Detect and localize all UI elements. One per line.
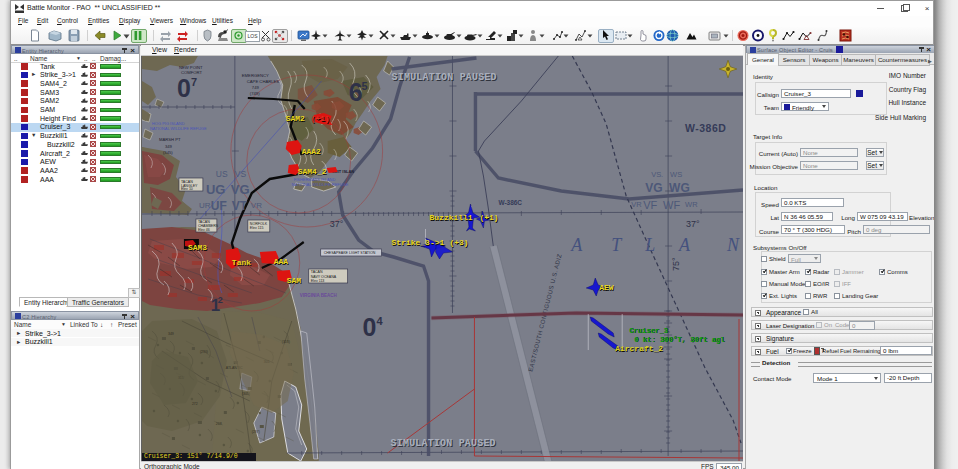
svg-text:349: 349: [165, 144, 173, 149]
svg-text:VG: VG: [645, 181, 662, 195]
svg-text:Strike_3->1: Strike_3->1: [392, 238, 445, 247]
svg-text:W-386C: W-386C: [498, 199, 522, 206]
svg-text:(+1): (+1): [479, 213, 498, 222]
svg-text:WF: WF: [663, 199, 680, 211]
svg-text:VT: VT: [232, 199, 248, 213]
svg-text:A: A: [678, 235, 691, 255]
svg-text:W-386D: W-386D: [685, 123, 726, 134]
svg-text:NATIONAL WILDLIFE REFUGE: NATIONAL WILDLIFE REFUGE: [150, 126, 207, 131]
svg-text:CHESAPEAKE LIGHT STATION: CHESAPEAKE LIGHT STATION: [324, 251, 376, 255]
svg-text:SIMULATION PAUSED: SIMULATION PAUSED: [392, 72, 497, 83]
svg-text:UF: UF: [211, 199, 227, 213]
svg-text:VF: VF: [643, 199, 657, 211]
svg-text:N: N: [726, 235, 740, 255]
svg-text:0: 0: [177, 74, 191, 102]
svg-text:0 kt: 300°T, 30ft agl: 0 kt: 300°T, 30ft agl: [634, 336, 725, 344]
svg-text:Elev 10: Elev 10: [181, 187, 193, 191]
svg-text:WR: WR: [685, 200, 698, 209]
svg-text:Buzzkill1: Buzzkill1: [430, 213, 473, 222]
svg-text:AAA2: AAA2: [302, 147, 321, 156]
svg-text:37°: 37°: [330, 219, 344, 229]
svg-text:UG: UG: [206, 182, 225, 197]
svg-text:EMERGENCY: EMERGENCY: [242, 73, 269, 78]
svg-text:(313): (313): [282, 340, 290, 344]
svg-text:WG: WG: [669, 181, 690, 195]
svg-text:COMFORT: COMFORT: [181, 70, 203, 75]
svg-text:VIRGINIA BEACH: VIRGINIA BEACH: [300, 293, 337, 298]
svg-text:Elev 46: Elev 46: [198, 228, 210, 232]
svg-text:7: 7: [191, 76, 197, 88]
svg-text:(345): (345): [163, 150, 173, 155]
svg-text:(297): (297): [252, 430, 260, 434]
svg-text:VG: VG: [231, 182, 250, 197]
svg-text:Cruiser_3: Cruiser_3: [629, 327, 668, 335]
svg-text:Aircraft_2: Aircraft_2: [615, 344, 663, 353]
svg-text:NATIONAL WILDLIFE REFUGE: NATIONAL WILDLIFE REFUGE: [292, 182, 349, 187]
svg-text:Tank: Tank: [232, 258, 251, 267]
svg-text:5: 5: [362, 80, 368, 92]
svg-text:75°: 75°: [671, 257, 681, 271]
svg-text:0: 0: [363, 313, 377, 341]
svg-text:US: US: [216, 169, 228, 179]
svg-text:UR: UR: [199, 201, 211, 210]
svg-text:SAM4_2: SAM4_2: [298, 167, 327, 176]
svg-text:MARSH PT: MARSH PT: [159, 137, 181, 142]
svg-text:AEW: AEW: [599, 283, 614, 292]
svg-text:TACAN: TACAN: [311, 270, 323, 274]
svg-text:SAM2: SAM2: [286, 114, 305, 123]
svg-text:6: 6: [349, 78, 363, 106]
svg-text:L: L: [644, 235, 655, 255]
svg-text:349: 349: [168, 332, 174, 336]
svg-text:VS: VS: [235, 169, 247, 179]
svg-text:749: 749: [252, 85, 260, 90]
svg-text:(+3): (+3): [449, 238, 468, 247]
svg-text:SAM: SAM: [287, 276, 302, 285]
svg-text:VR: VR: [631, 200, 642, 209]
svg-text:(749): (749): [250, 91, 260, 96]
svg-text:SIMULATION PAUSED: SIMULATION PAUSED: [391, 438, 496, 449]
svg-text:VR: VR: [251, 201, 262, 210]
svg-text:CAPE CHARLES: CAPE CHARLES: [247, 79, 280, 84]
svg-text:Elev 115: Elev 115: [250, 226, 264, 230]
svg-text:WS: WS: [670, 170, 682, 179]
svg-text:272: 272: [192, 402, 198, 406]
svg-text:4: 4: [377, 315, 384, 327]
svg-text:VS.: VS.: [651, 170, 663, 179]
svg-text:SAM3: SAM3: [188, 243, 207, 252]
svg-text:Elev 113: Elev 113: [311, 279, 325, 283]
svg-text:2: 2: [218, 295, 223, 305]
svg-text:AAA: AAA: [274, 257, 289, 266]
svg-text:NORFOLK: NORFOLK: [250, 222, 268, 226]
svg-text:37°: 37°: [686, 219, 700, 229]
svg-text:A: A: [570, 235, 583, 255]
svg-text:(+1): (+1): [311, 114, 330, 123]
svg-text:NAVY OCEANA: NAVY OCEANA: [311, 275, 337, 279]
